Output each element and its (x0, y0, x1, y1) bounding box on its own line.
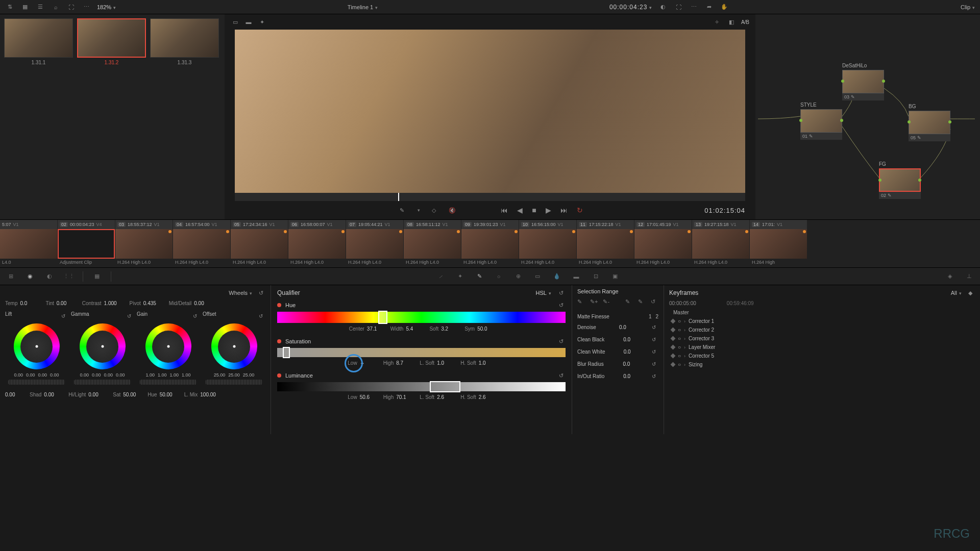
clip-thumb-1[interactable]: 1.31.2 (77, 18, 146, 65)
lmix-value[interactable]: 100.00 (200, 392, 216, 397)
hue-width-value[interactable]: 5.4 (406, 326, 422, 332)
timeline-clip-4[interactable]: 0517:24:34:16V1H.264 High L4.0 (231, 220, 288, 267)
scopes-icon[interactable]: ⊥ (964, 271, 975, 282)
timeline-clip-0[interactable]: 5:07V1L4.0 (0, 220, 57, 267)
qualifier-reset-icon[interactable]: ↺ (556, 288, 566, 297)
lum-reset-icon[interactable]: ↺ (556, 371, 566, 380)
clip-dropdown[interactable]: Clip▾ (961, 4, 975, 10)
matte-param-2[interactable]: Clean White0.0↺ (577, 347, 658, 356)
keyframe-row-2[interactable]: ○›Corrector 3 (669, 334, 975, 343)
viewer-scrubber[interactable] (235, 193, 745, 201)
prev-clip-button[interactable]: ⏮ (501, 206, 508, 214)
viewer-image[interactable] (235, 30, 745, 193)
keyframe-panel-icon[interactable]: ◈ (944, 271, 955, 282)
timeline-clip-11[interactable]: 1217:01:45:19V1H.264 High L4.0 (634, 220, 692, 267)
timeline-clip-13[interactable]: 1417:01:V1H.264 High (750, 220, 807, 267)
node-01[interactable]: STYLE01 ✎ (800, 102, 842, 140)
matte-tab-2[interactable]: 2 (655, 314, 658, 319)
timeline-name[interactable]: Timeline 1▾ (348, 4, 378, 10)
hue-soft-value[interactable]: 3.2 (441, 326, 457, 332)
matte-param-0[interactable]: Denoise0.0↺ (577, 322, 658, 332)
lum-high-value[interactable]: 70.1 (396, 394, 412, 400)
wheels-mode-dropdown[interactable]: Wheels▾ (229, 290, 252, 296)
invert-icon[interactable]: ↺ (651, 298, 658, 308)
picker-sub-icon[interactable]: ✎- (603, 298, 610, 308)
ab-toggle[interactable]: A/B (741, 19, 749, 25)
timeline-strip[interactable]: 5:07V1L4.00200:00:04:23V4Adjustment Clip… (0, 219, 980, 268)
hue-center-value[interactable]: 37.1 (367, 326, 383, 332)
color-wheel-gain[interactable]: Gain↺1.001.001.001.00 (137, 311, 200, 387)
clip-thumb-2[interactable]: 1.31.3 (150, 18, 219, 65)
sat-value[interactable]: 50.00 (123, 392, 139, 397)
rgb-mixer-icon[interactable]: ⋮⋮ (63, 271, 75, 282)
timeline-clip-7[interactable]: 0816:58:11:12V1H.264 High L4.0 (404, 220, 461, 267)
3d-icon[interactable]: ▣ (609, 271, 621, 282)
lum-enable-checkbox[interactable] (277, 373, 281, 378)
timeline-clip-1[interactable]: 0200:00:04:23V4Adjustment Clip (58, 220, 115, 267)
more-icon[interactable]: ⋯ (82, 3, 91, 12)
window-icon[interactable]: ○ (493, 271, 504, 282)
timeline-clip-12[interactable]: 1319:27:15:18V1H.264 High L4.0 (692, 220, 749, 267)
camera-raw-icon[interactable]: ⊞ (5, 271, 16, 282)
mute-icon[interactable]: 🔇 (448, 206, 457, 215)
hue-strip[interactable] (277, 312, 566, 323)
loop-button[interactable]: ↻ (577, 206, 583, 214)
hand-icon[interactable]: ✋ (720, 3, 729, 12)
keyframe-row-1[interactable]: ○›Corrector 2 (669, 325, 975, 334)
pointer-icon[interactable]: ➦ (704, 3, 714, 12)
key-icon[interactable]: ▬ (571, 271, 582, 282)
next-clip-button[interactable]: ⏭ (560, 206, 568, 214)
lum-hsoft-value[interactable]: 2.6 (479, 394, 495, 400)
sat-enable-checkbox[interactable] (277, 339, 281, 343)
reset-icon[interactable]: ↺ (256, 288, 265, 297)
timeline-clip-8[interactable]: 0919:39:01:23V1H.264 High L4.0 (461, 220, 519, 267)
luminance-strip[interactable] (277, 382, 566, 391)
magic-mask-icon[interactable]: ▭ (532, 271, 543, 282)
timeline-timecode[interactable]: 00:00:04:23▾ (609, 4, 652, 11)
keyframe-row-3[interactable]: ○›Layer Mixer (669, 343, 975, 352)
expand-icon[interactable]: ⛶ (66, 3, 76, 12)
wand-icon[interactable]: ✦ (257, 17, 266, 27)
lum-low-value[interactable]: 50.6 (360, 394, 376, 400)
more-options-icon[interactable]: ⋯ (689, 3, 698, 12)
picker-tool-icon[interactable]: ✎ (577, 298, 585, 308)
color-wheel-lift[interactable]: Lift↺0.000.000.000.00 (5, 311, 68, 387)
timeline-clip-6[interactable]: 0719:05:44:21V1H.264 High L4.0 (346, 220, 403, 267)
boost-value[interactable]: 0.00 (5, 392, 21, 397)
timeline-clip-2[interactable]: 0318:55:37:12V1H.264 High L4.0 (115, 220, 173, 267)
timeline-clip-10[interactable]: 1117:15:22:18V1H.264 High L4.0 (577, 220, 634, 267)
matte-param-1[interactable]: Clean Black0.0↺ (577, 335, 658, 344)
color-wheels-icon[interactable]: ◉ (24, 271, 36, 282)
highlight-icon[interactable]: ✧ (713, 17, 722, 27)
color-wheel-offset[interactable]: Offset↺25.0025.0025.00 (203, 311, 265, 387)
sizing-icon[interactable]: ⊡ (590, 271, 601, 282)
curves-icon[interactable]: ⟋ (435, 271, 446, 282)
viewer-mode1-icon[interactable]: ▭ (231, 17, 240, 27)
sat-reset-icon[interactable]: ↺ (556, 337, 566, 346)
sat-high-value[interactable]: 8.7 (396, 360, 412, 366)
hue-sym-value[interactable]: 50.0 (477, 326, 494, 332)
qualifier-icon[interactable]: ✎ (474, 271, 485, 282)
picker-icon[interactable]: ✎ (397, 206, 406, 215)
search-icon[interactable]: ⌕ (51, 3, 60, 12)
viewer-mode2-icon[interactable]: ▬ (244, 17, 253, 27)
tint-value[interactable]: 0.00 (57, 300, 73, 306)
matte-tab-1[interactable]: 1 (649, 314, 652, 319)
play-button[interactable]: ▶ (546, 206, 551, 214)
color-wheel-gamma[interactable]: Gamma↺0.000.000.000.00 (71, 311, 134, 387)
stop-button[interactable]: ■ (532, 206, 536, 214)
hdr-icon[interactable]: ◐ (44, 271, 55, 282)
matte-param-3[interactable]: Blur Radius0.0↺ (577, 359, 658, 368)
split-icon[interactable]: ◧ (727, 17, 736, 27)
node-03[interactable]: DeSatHiLo03 ✎ (842, 63, 884, 101)
fullscreen-icon[interactable]: ⛶ (674, 3, 683, 12)
node-02[interactable]: FG02 ✎ (879, 161, 921, 199)
keyframe-row-0[interactable]: ○›Corrector 1 (669, 317, 975, 325)
wipe-icon[interactable]: ◇ (429, 206, 438, 215)
qualifier-mode-dropdown[interactable]: HSL▾ (536, 290, 551, 296)
feather-sub-icon[interactable]: ✎ (638, 298, 646, 308)
zoom-percent[interactable]: 182%▾ (97, 4, 116, 10)
matte-param-4[interactable]: In/Out Ratio0.0↺ (577, 371, 658, 381)
warper-icon[interactable]: ✦ (454, 271, 465, 282)
hilight-value[interactable]: 0.00 (88, 392, 105, 397)
